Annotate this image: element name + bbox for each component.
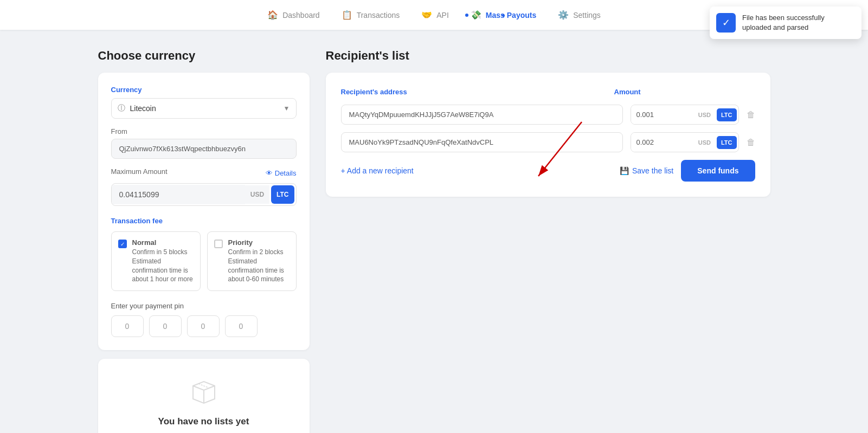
checkmark-icon: ✓ (120, 241, 125, 247)
ltc-btn-2[interactable]: LTC (717, 136, 737, 149)
recipients-card: Recipient's address Amount USD LTC 🗑 USD (326, 73, 770, 197)
dashboard-icon: 🏠 (267, 10, 278, 20)
recipient-address-input-1[interactable] (341, 105, 623, 125)
add-recipient-button[interactable]: + Add a new recipient (341, 166, 414, 175)
priority-fee-checkbox[interactable] (214, 240, 223, 248)
save-icon: 💾 (620, 166, 629, 175)
transaction-fee-label: Transaction fee (111, 217, 297, 225)
toast-notification: ✓ File has been successfully uploaded an… (710, 7, 861, 39)
choose-currency-title: Choose currency (98, 49, 310, 63)
priority-fee-desc: Confirm in 2 blocks Estimated confirmati… (228, 248, 290, 284)
currency-card: Currency ⓛ Litecoin ▼ From Maximum Amoun… (98, 73, 310, 350)
recipients-list-title: Recipient's list (326, 49, 770, 63)
amount-input-2[interactable] (631, 133, 694, 152)
normal-fee-desc: Confirm in 5 blocks Estimated confirmati… (132, 248, 194, 284)
delete-row-2-icon[interactable]: 🗑 (747, 138, 755, 147)
nav-api[interactable]: 🤝 API (421, 10, 449, 20)
max-amount-label: Maximum Amount (111, 167, 168, 176)
pin-input-3[interactable] (187, 315, 220, 337)
recipient-address-input-2[interactable] (341, 132, 623, 152)
address-col-header: Recipient's address (341, 88, 598, 96)
max-amount-input (112, 185, 245, 204)
max-amount-row: Maximum Amount 👁 Details (111, 167, 297, 179)
recipients-header: Recipient's address Amount (341, 88, 755, 96)
fee-options: ✓ Normal Confirm in 5 blocks Estimated c… (111, 231, 297, 291)
send-funds-button[interactable]: Send funds (681, 160, 755, 182)
pin-inputs (111, 315, 297, 337)
ltc-btn-1[interactable]: LTC (717, 108, 737, 121)
details-text: Details (275, 169, 297, 177)
toast-message: File has been successfully uploaded and … (742, 13, 851, 33)
pin-label: Enter your payment pin (111, 302, 297, 310)
nav-transactions[interactable]: 📋 Transactions (342, 10, 400, 20)
usd-btn-1[interactable]: USD (694, 107, 715, 122)
api-icon: 🤝 (421, 10, 432, 20)
currency-label: Currency (111, 86, 297, 94)
priority-fee-name: Priority (228, 238, 290, 247)
nav-mass-payouts[interactable]: 💸 Mass Payouts (471, 10, 536, 20)
amount-input-1[interactable] (631, 105, 694, 124)
no-lists-text: You have no lists yet (158, 416, 249, 427)
from-address-input (111, 139, 297, 159)
litecoin-icon: ⓛ (118, 104, 125, 113)
nav-transactions-label: Transactions (357, 11, 400, 20)
priority-fee-option[interactable]: Priority Confirm in 2 blocks Estimated c… (207, 231, 297, 291)
toast-check-icon: ✓ (716, 13, 736, 33)
pin-input-4[interactable] (225, 315, 258, 337)
eye-icon: 👁 (266, 169, 273, 177)
save-list-button[interactable]: 💾 Save the list (620, 166, 673, 175)
nav-mass-payouts-label: Mass Payouts (486, 11, 536, 20)
footer-with-arrow: + Add a new recipient 💾 Save the list Se… (341, 160, 755, 182)
settings-icon: ⚙️ (558, 10, 569, 20)
save-list-label: Save the list (632, 166, 673, 175)
transactions-icon: 📋 (342, 10, 352, 20)
table-row: USD LTC 🗑 (341, 105, 755, 125)
nav-settings[interactable]: ⚙️ Settings (558, 10, 601, 20)
pin-input-1[interactable] (111, 315, 144, 337)
normal-fee-checkbox[interactable]: ✓ (118, 240, 127, 248)
usd-btn-2[interactable]: USD (694, 135, 715, 150)
no-lists-card: You have no lists yet (98, 359, 310, 433)
amount-col-header: Amount (614, 88, 755, 96)
nav-dashboard[interactable]: 🏠 Dashboard (267, 10, 320, 20)
nav-dashboard-label: Dashboard (282, 11, 320, 20)
footer-right: 💾 Save the list Send funds (620, 160, 755, 182)
nav-api-label: API (436, 11, 449, 20)
max-amount-group: USD LTC (111, 183, 297, 206)
normal-fee-name: Normal (132, 238, 194, 247)
delete-row-1-icon[interactable]: 🗑 (747, 110, 755, 120)
right-panel: Recipient's list Recipient's address Amo… (326, 49, 770, 433)
currency-select-wrapper[interactable]: ⓛ Litecoin ▼ (111, 98, 297, 119)
pin-input-2[interactable] (149, 315, 182, 337)
nav-settings-label: Settings (573, 11, 601, 20)
main-content: Choose currency Currency ⓛ Litecoin ▼ Fr… (55, 30, 814, 433)
left-panel: Choose currency Currency ⓛ Litecoin ▼ Fr… (98, 49, 310, 433)
amount-group-2: USD LTC (631, 132, 739, 152)
currency-select[interactable]: Litecoin (111, 98, 297, 119)
ltc-toggle-button[interactable]: LTC (271, 185, 294, 204)
amount-group-1: USD LTC (631, 105, 739, 125)
empty-box-icon (188, 375, 220, 408)
table-row: USD LTC 🗑 (341, 132, 755, 152)
usd-toggle-button[interactable]: USD (245, 185, 269, 204)
from-label: From (111, 127, 297, 135)
recipients-footer: + Add a new recipient 💾 Save the list Se… (341, 160, 755, 182)
mass-payouts-icon: 💸 (471, 10, 481, 20)
normal-fee-option[interactable]: ✓ Normal Confirm in 5 blocks Estimated c… (111, 231, 201, 291)
details-link[interactable]: 👁 Details (266, 169, 297, 177)
